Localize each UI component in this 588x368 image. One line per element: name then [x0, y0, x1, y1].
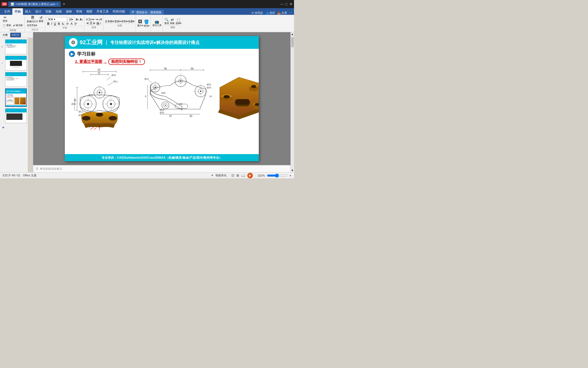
more-btn[interactable]: ⋯: [289, 11, 292, 15]
arrange-btn[interactable]: 排列▾: [121, 20, 128, 23]
ribbon-tab-review[interactable]: 审阅: [74, 8, 84, 15]
svg-line-17: [108, 83, 113, 85]
present-tool-btn[interactable]: 📺 演示工具: [152, 20, 162, 27]
office-label: Office 主题: [23, 174, 37, 177]
ribbon-tab-insert[interactable]: 插入: [23, 8, 33, 15]
slide-thumb-current[interactable]: ⚙92工业网 专注绘图设计... ▶ 学习目标 2. 要通过平面图...: [5, 88, 27, 107]
scroll-thumb[interactable]: [291, 37, 294, 47]
fill-btn[interactable]: 🪣 填充▾: [144, 19, 150, 28]
font-size-up[interactable]: A↑: [76, 18, 79, 21]
list-bullet-btn[interactable]: ≡: [86, 18, 88, 21]
reset-btn[interactable]: ↺ 重置: [39, 16, 43, 23]
ribbon-tab-special[interactable]: 特色功能: [111, 8, 127, 15]
bronze-shape-left: [77, 105, 122, 131]
underline-btn[interactable]: U: [53, 22, 57, 26]
header-tagline: 专注绘图设计实战培训●解决你的画图设计痛点: [110, 40, 200, 45]
svg-text:31: 31: [74, 99, 77, 102]
svg-point-96: [251, 85, 256, 88]
format-btn[interactable]: 🖌 格式刷: [12, 24, 24, 27]
outline-tab[interactable]: 大纲: [1, 33, 9, 37]
smartart-btn[interactable]: 绘图▾: [128, 20, 134, 23]
copy-btn[interactable]: 📋 复制: [2, 24, 12, 27]
align-center-btn[interactable]: ☰: [90, 21, 92, 25]
cut-icon: ✂: [4, 15, 7, 19]
font-color-btn[interactable]: A: [70, 22, 73, 26]
smart-btn[interactable]: ✦: [211, 174, 213, 177]
goal-icon: ▶: [69, 51, 75, 57]
new-tab-btn[interactable]: +: [63, 2, 65, 6]
right-drawing-svg: 36 66: [137, 67, 214, 124]
indent-right-btn[interactable]: ⇥: [95, 18, 98, 21]
svg-point-40: [82, 116, 90, 120]
justify-btn[interactable]: ▤: [96, 21, 99, 25]
minimize-btn[interactable]: ─: [281, 2, 283, 6]
slide-footer: 专业培训：CAD/Solidworks/UG/Creo/3DMAX（机械/模具/…: [65, 154, 259, 161]
bold-btn[interactable]: B: [47, 22, 50, 26]
unsync-btn[interactable]: ⟳ 未同步: [252, 11, 263, 15]
find-btn[interactable]: 🔍 查找: [164, 18, 169, 25]
notes-bar[interactable]: ☰ 单击此处添加备注: [33, 165, 290, 172]
tab-close-btn[interactable]: ×: [57, 3, 58, 6]
learning-goal-header: ▶ 学习目标: [69, 51, 255, 57]
ribbon-tab-slideshow[interactable]: 放映: [64, 8, 74, 15]
app-tab[interactable]: 📊 CAD制图-第1模块上课笔记.pptx ×: [8, 2, 61, 7]
slide-thumb-next[interactable]: [5, 108, 27, 123]
font-size-down[interactable]: A↓: [80, 18, 83, 21]
slide-number-badge: 20: [2, 2, 7, 6]
italic-btn[interactable]: I: [51, 22, 53, 26]
cut-btn[interactable]: ✂ 剪切: [2, 15, 8, 23]
replace-icon: ⇄: [171, 18, 174, 22]
ribbon-tab-animation[interactable]: 动画: [54, 8, 64, 15]
subscript-btn[interactable]: X₂: [61, 22, 65, 25]
header-divider: |: [106, 40, 107, 45]
zoom-slider[interactable]: [267, 174, 287, 177]
ribbon-tab-transition[interactable]: 切换: [43, 8, 54, 15]
align-left-btn[interactable]: ⫷: [86, 21, 89, 25]
ribbon-search[interactable]: 🔍 查找命令、搜索模板: [130, 10, 164, 15]
new-slide-btn[interactable]: 🖹 新建幻灯片: [27, 15, 38, 23]
line-spacing-btn[interactable]: ↕: [100, 21, 101, 25]
zoom-plus-btn[interactable]: +: [289, 174, 291, 178]
svg-text:Ø20: Ø20: [207, 86, 211, 89]
text-shadow-btn[interactable]: S*: [74, 22, 78, 25]
scroll-up-btn[interactable]: ▲: [291, 32, 294, 36]
plus-icon: +: [2, 125, 4, 130]
right-scrollbar[interactable]: ▲ ▼: [290, 32, 294, 172]
normal-view-btn[interactable]: ⊡: [231, 174, 234, 177]
close-btn[interactable]: ✕: [289, 2, 292, 6]
align-right-btn[interactable]: ⫸: [93, 21, 96, 25]
share-btn[interactable]: 📤 分享: [277, 11, 287, 15]
font-select[interactable]: 宋体 ▾: [47, 17, 67, 22]
collab-btn[interactable]: 👥 协作: [265, 11, 275, 15]
grid-view-btn[interactable]: ⊞: [236, 174, 239, 177]
ribbon-tab-design[interactable]: 设计: [33, 8, 43, 15]
ribbon-tab-start[interactable]: 开始: [12, 8, 23, 15]
ribbon-tab-dev[interactable]: 开发工具: [94, 8, 111, 15]
current-start-btn[interactable]: 当页开始▾: [27, 24, 37, 27]
select-btn[interactable]: ⬚ 选择▾: [176, 18, 181, 25]
read-view-btn[interactable]: 📖: [241, 174, 245, 177]
indent-left-btn[interactable]: ⇤: [92, 18, 95, 21]
superscript-btn[interactable]: X²: [66, 22, 69, 25]
list-num-btn[interactable]: 1≡: [88, 18, 92, 21]
slide-thumb-mid1[interactable]: … ■ CAD制图规范 · 学习CAD制图规范，了解... · 掌握各种绘图技巧: [5, 72, 27, 87]
add-slide-btn[interactable]: +: [1, 124, 27, 131]
strikethrough-btn[interactable]: S: [57, 22, 60, 26]
replace-btn[interactable]: ⇄ 替换: [170, 18, 175, 25]
slides-tab[interactable]: 幻灯片: [10, 33, 21, 37]
play-btn[interactable]: ▶: [247, 173, 253, 178]
scroll-down-btn[interactable]: ▼: [291, 168, 294, 172]
picture-btn[interactable]: 🖼 图片▾: [137, 19, 143, 27]
shape-btn[interactable]: 形状▾: [114, 20, 121, 23]
slide-thumb-6[interactable]: 6 ■ 学习目标 1. 掌握CAD制图的基本... 2. 了解各种标注方法...: [5, 39, 27, 54]
font-size-select[interactable]: 18▾: [68, 18, 75, 21]
goal-highlight-box: 能想到实物特征！: [108, 59, 145, 65]
view-tabs-bar: 大纲 幻灯片: [0, 32, 33, 38]
goal-item-2-prefix: ，: [103, 59, 107, 64]
maximize-btn[interactable]: □: [285, 2, 287, 6]
ribbon-tab-view[interactable]: 视图: [84, 8, 94, 15]
text-direction-btn[interactable]: ↕A: [99, 18, 102, 21]
ribbon-tab-file[interactable]: 文件: [2, 8, 12, 15]
slide-thumb-7[interactable]: 7: [5, 56, 27, 71]
textbox-btn[interactable]: 文本框▾: [105, 20, 114, 23]
